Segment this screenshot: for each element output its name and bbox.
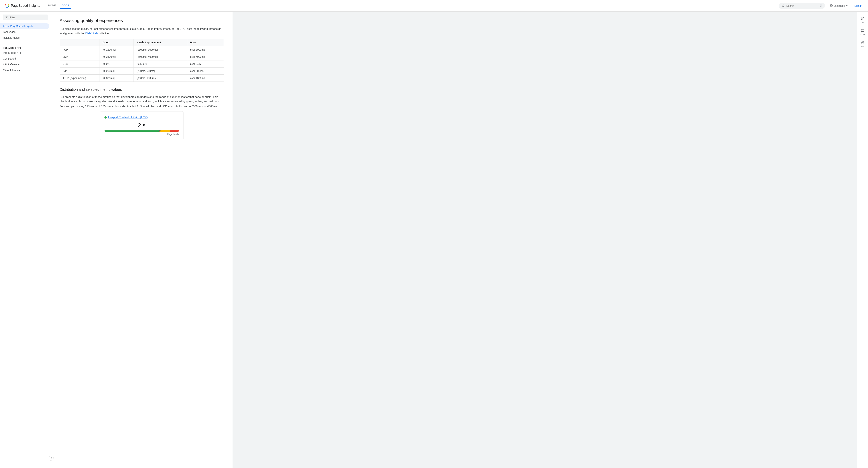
search-shortcut: / [820, 4, 822, 7]
sidebar-item-languages[interactable]: Languages [0, 29, 49, 35]
table-row: LCP[0, 2500ms](2500ms, 4000ms]over 4000m… [60, 53, 224, 60]
table-cell-value: (200ms, 500ms] [134, 67, 187, 74]
nav-links: HOME DOCS [46, 3, 71, 9]
table-cell-value: [0, 2500ms] [100, 53, 134, 60]
lcp-chart-title[interactable]: Largest Contentful Paint (LCP) [108, 116, 148, 119]
table-cell-value: (800ms, 1800ms] [134, 74, 187, 81]
globe-icon [829, 4, 833, 8]
sidebar-item-api-reference[interactable]: API Reference [0, 62, 49, 67]
right-panel-info[interactable]: Info [858, 14, 867, 26]
table-header-good: Good [100, 39, 134, 46]
signin-button[interactable]: Sign in [853, 3, 864, 9]
sidebar-item-release-notes[interactable]: Release Notes [0, 35, 49, 41]
table-cell-value: [0, 1800ms] [100, 46, 134, 53]
table-cell-value: over 3000ms [187, 46, 224, 53]
sidebar-item-get-started[interactable]: Get Started [0, 56, 49, 62]
table-cell-value: [0, 0.1] [100, 60, 134, 67]
right-panel-api-label: API [861, 45, 864, 47]
right-panel: Info Chat API [857, 12, 868, 468]
chat-icon [861, 29, 865, 33]
table-cell-metric: FCP [60, 46, 100, 53]
table-cell-value: [0, 800ms] [100, 74, 134, 81]
lcp-bar-container [104, 130, 179, 132]
lcp-page-loads-label: Page Loads [104, 133, 179, 136]
right-panel-chat[interactable]: Chat [858, 27, 867, 38]
web-vitals-link[interactable]: Web Vitals [85, 32, 98, 35]
table-cell-metric: LCP [60, 53, 100, 60]
brand-name: PageSpeed Insights [11, 4, 40, 8]
table-cell-metric: CLS [60, 60, 100, 67]
lcp-good-dot [104, 116, 106, 119]
section1-title: Assessing quality of experiences [60, 18, 224, 24]
table-row: FCP[0, 1800ms](1800ms, 3000ms]over 3000m… [60, 46, 224, 53]
filter-input[interactable] [9, 16, 45, 19]
chevron-left-icon [50, 457, 53, 460]
table-cell-value: over 0.25 [187, 60, 224, 67]
table-row: INP[0, 200ms](200ms, 500ms]over 500ms [60, 67, 224, 74]
lcp-chart-container: Largest Contentful Paint (LCP) 2 s Page … [100, 111, 184, 140]
search-icon [782, 4, 785, 7]
sidebar-api-section-title: PageSpeed API [0, 43, 51, 50]
brand-link[interactable]: PageSpeed Insights [4, 3, 40, 8]
main-content: Assessing quality of experiences PSI cla… [51, 12, 232, 468]
lcp-bar-good [104, 130, 159, 132]
table-cell-value: (0.1, 0.25] [134, 60, 187, 67]
section2-title: Distribution and selected metric values [60, 88, 224, 92]
sidebar-item-client-libraries[interactable]: Client Libraries [0, 67, 49, 73]
table-cell-metric: TTFB (experimental) [60, 74, 100, 81]
table-cell-value: over 4000ms [187, 53, 224, 60]
right-panel-api[interactable]: API [858, 38, 867, 50]
chevron-down-icon [846, 4, 848, 7]
language-button[interactable]: Language [828, 3, 850, 9]
nav-docs[interactable]: DOCS [60, 3, 71, 9]
table-cell-value: [0, 200ms] [100, 67, 134, 74]
lcp-marker-dot [159, 130, 161, 132]
filter-box[interactable] [3, 14, 48, 20]
svg-rect-11 [861, 29, 864, 32]
topnav-right: / Language Sign in [779, 3, 864, 9]
nav-home[interactable]: HOME [46, 3, 58, 9]
metrics-table: Good Needs Improvement Poor FCP[0, 1800m… [60, 39, 224, 82]
right-panel-chat-label: Chat [861, 33, 865, 36]
table-header-poor: Poor [187, 39, 224, 46]
table-cell-value: (1800ms, 3000ms] [134, 46, 187, 53]
table-header-needs-improvement: Needs Improvement [134, 39, 187, 46]
svg-line-1 [784, 6, 785, 7]
table-row: TTFB (experimental)[0, 800ms](800ms, 180… [60, 74, 224, 81]
lcp-marker [159, 130, 161, 132]
lcp-value: 2 s [104, 122, 179, 129]
sidebar-collapse-button[interactable] [49, 456, 54, 461]
sidebar-primary-section: About PageSpeed Insights Languages Relea… [0, 23, 51, 43]
sidebar-item-pagespeed-api[interactable]: PageSpeed API [0, 50, 49, 56]
search-box[interactable]: / [779, 3, 825, 9]
svg-point-10 [863, 18, 863, 18]
table-cell-metric: INP [60, 67, 100, 74]
table-row: CLS[0, 0.1](0.1, 0.25]over 0.25 [60, 60, 224, 67]
sidebar-item-about[interactable]: About PageSpeed Insights [0, 23, 49, 29]
sidebar-api-section: PageSpeed API PageSpeed API Get Started … [0, 43, 51, 76]
right-panel-info-label: Info [861, 22, 864, 24]
filter-icon [5, 16, 8, 19]
lcp-title-row: Largest Contentful Paint (LCP) [104, 116, 179, 119]
search-input[interactable] [786, 4, 818, 7]
section1-body: PSI classifies the quality of user exper… [60, 27, 224, 36]
sidebar: About PageSpeed Insights Languages Relea… [0, 12, 51, 468]
api-icon [861, 41, 865, 45]
table-cell-value: over 500ms [187, 67, 224, 74]
info-icon [861, 17, 865, 21]
page-layout: About PageSpeed Insights Languages Relea… [0, 12, 868, 468]
lcp-bar-poor [170, 130, 179, 132]
top-navigation: PageSpeed Insights HOME DOCS / Language [0, 0, 868, 12]
table-cell-value: over 1800ms [187, 74, 224, 81]
section2-body: PSI presents a distribution of these met… [60, 95, 224, 108]
table-cell-value: (2500ms, 4000ms] [134, 53, 187, 60]
language-label: Language [834, 4, 845, 7]
table-header-metric [60, 39, 100, 46]
brand-logo-icon [4, 3, 9, 8]
